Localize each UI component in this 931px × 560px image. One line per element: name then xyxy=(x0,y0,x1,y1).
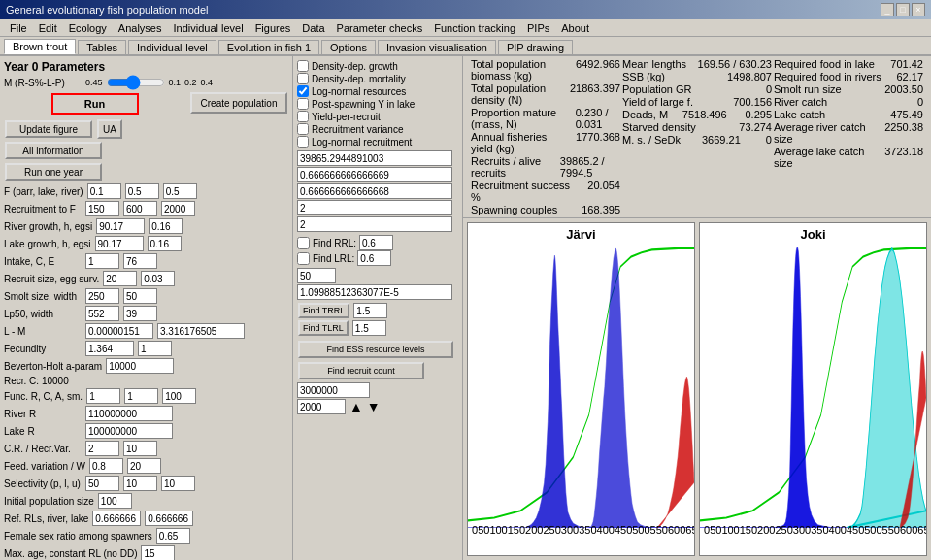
cr-input[interactable] xyxy=(85,441,119,456)
lake-growth-h-input[interactable] xyxy=(95,236,144,251)
log-normal-recr-checkbox[interactable] xyxy=(297,136,309,148)
info-recruitment-success: Recruitment success % 20.054 xyxy=(471,180,620,203)
menu-pips[interactable]: PIPs xyxy=(521,21,555,35)
svg-rect-0 xyxy=(468,246,694,528)
find-lrl-input[interactable] xyxy=(357,250,391,266)
lm-input1[interactable] xyxy=(85,323,153,339)
value-input-3[interactable] xyxy=(297,183,452,199)
init-pop-input[interactable] xyxy=(98,493,132,509)
value-50-input[interactable] xyxy=(297,268,336,283)
func-a-input[interactable] xyxy=(162,388,196,404)
menu-parameter-checks[interactable]: Parameter checks xyxy=(331,21,429,35)
joki-svg xyxy=(700,246,926,528)
recruit-count-input[interactable] xyxy=(297,382,370,398)
spinner-down[interactable]: ▼ xyxy=(367,399,381,414)
lm-input2[interactable] xyxy=(157,323,245,339)
minimize-button[interactable]: _ xyxy=(881,3,894,16)
density-mortality-checkbox[interactable] xyxy=(297,73,309,84)
log-normal-checkbox[interactable] xyxy=(297,85,309,97)
value-input-5[interactable] xyxy=(297,216,452,232)
menu-data[interactable]: Data xyxy=(296,21,330,35)
recruitment-f-input[interactable] xyxy=(85,201,119,216)
maximize-button[interactable]: □ xyxy=(896,3,910,16)
recruitment-2000-input[interactable] xyxy=(161,201,195,216)
find-tlrl-input[interactable] xyxy=(352,320,386,336)
run-one-year-button[interactable]: Run one year xyxy=(5,163,102,181)
feed-variation-input[interactable] xyxy=(89,458,123,474)
f-river-input[interactable] xyxy=(163,183,197,199)
smolt-size-input[interactable] xyxy=(85,288,119,304)
density-growth-checkbox[interactable] xyxy=(297,60,309,72)
selectivity-l-input[interactable] xyxy=(123,476,157,491)
fecundity-input[interactable] xyxy=(85,341,134,356)
lake-growth-egsi-input[interactable] xyxy=(148,236,182,251)
menu-file[interactable]: File xyxy=(4,21,33,35)
f-parr-input[interactable] xyxy=(87,183,121,199)
selectivity-p-input[interactable] xyxy=(85,476,119,491)
find-recruit-count-button[interactable]: Find recruit count xyxy=(298,362,424,379)
intake-c-input[interactable] xyxy=(85,253,119,269)
female-sex-input[interactable] xyxy=(156,528,190,544)
menu-about[interactable]: About xyxy=(555,21,595,35)
lp50-width-input[interactable] xyxy=(123,306,157,321)
recruitment-variance-checkbox[interactable] xyxy=(297,123,309,135)
value-input-4[interactable] xyxy=(297,200,452,215)
menu-individual-level[interactable]: Individual level xyxy=(167,21,249,35)
ua-button[interactable]: UA xyxy=(97,119,122,139)
tab-tables[interactable]: Tables xyxy=(78,40,126,54)
beverton-holt-input[interactable] xyxy=(106,358,174,374)
find-rrl-checkbox[interactable] xyxy=(297,237,310,249)
spinner-up[interactable]: ▲ xyxy=(349,399,363,414)
find-rrl-input[interactable] xyxy=(359,235,393,250)
value-2000-input[interactable] xyxy=(297,399,346,414)
find-lrl-checkbox[interactable] xyxy=(297,252,310,265)
menu-analyses[interactable]: Analyses xyxy=(113,21,168,35)
tab-pip-drawing[interactable]: PIP drawing xyxy=(498,40,573,54)
recruitment-600-input[interactable] xyxy=(123,201,157,216)
run-button[interactable]: Run xyxy=(51,93,139,115)
find-tlrl-button[interactable]: Find TLRL xyxy=(298,320,349,336)
tab-invasion-visualisation[interactable]: Invasion visualisation xyxy=(378,40,496,54)
f-lake-input[interactable] xyxy=(125,183,159,199)
menu-figures[interactable]: Figures xyxy=(249,21,297,35)
river-growth-egsi-input[interactable] xyxy=(149,218,183,234)
value-input-1[interactable] xyxy=(297,150,452,166)
recr-var-input[interactable] xyxy=(123,441,157,456)
value-input-2[interactable] xyxy=(297,167,452,182)
selectivity-u-input[interactable] xyxy=(161,476,195,491)
post-spawning-checkbox[interactable] xyxy=(297,98,309,110)
river-r-input[interactable] xyxy=(85,406,173,421)
find-trrl-button[interactable]: Find TRRL xyxy=(298,303,349,318)
fecundity-input2[interactable] xyxy=(138,341,172,356)
update-figure-button[interactable]: Update figure xyxy=(5,120,92,138)
lake-r-input[interactable] xyxy=(85,423,173,439)
ref-rls-lake-input[interactable] xyxy=(145,511,193,526)
tab-options[interactable]: Options xyxy=(321,40,376,54)
menu-function-tracking[interactable]: Function tracking xyxy=(428,21,521,35)
recruit-size-input[interactable] xyxy=(103,271,137,286)
sci-value-input[interactable] xyxy=(297,284,452,300)
yield-per-recruit-checkbox[interactable] xyxy=(297,111,309,122)
create-population-button[interactable]: Create population xyxy=(190,92,287,114)
lp50-input[interactable] xyxy=(85,306,119,321)
feed-w-input[interactable] xyxy=(127,458,161,474)
func-r-input[interactable] xyxy=(86,388,120,404)
intake-e-input[interactable] xyxy=(123,253,157,269)
joki-x-axis: 0501001502002503003504004505005506006507… xyxy=(700,524,926,536)
river-growth-h-input[interactable] xyxy=(96,218,145,234)
tab-evolution-fish[interactable]: Evolution in fish 1 xyxy=(218,40,319,54)
close-button[interactable]: × xyxy=(912,3,925,16)
tab-individual-level[interactable]: Individual-level xyxy=(128,40,216,54)
find-ess-button[interactable]: Find ESS resource levels xyxy=(298,341,453,358)
all-information-button[interactable]: All information xyxy=(5,142,102,159)
smolt-width-input[interactable] xyxy=(123,288,157,304)
m-slider[interactable] xyxy=(107,76,165,89)
tab-brown-trout[interactable]: Brown trout xyxy=(4,39,76,54)
max-age-input[interactable] xyxy=(141,545,175,560)
menu-edit[interactable]: Edit xyxy=(33,21,63,35)
egg-surv-input[interactable] xyxy=(141,271,175,286)
menu-ecology[interactable]: Ecology xyxy=(63,21,113,35)
func-c-input[interactable] xyxy=(124,388,158,404)
ref-rls-river-input[interactable] xyxy=(92,511,141,526)
find-trrl-input[interactable] xyxy=(353,303,387,318)
